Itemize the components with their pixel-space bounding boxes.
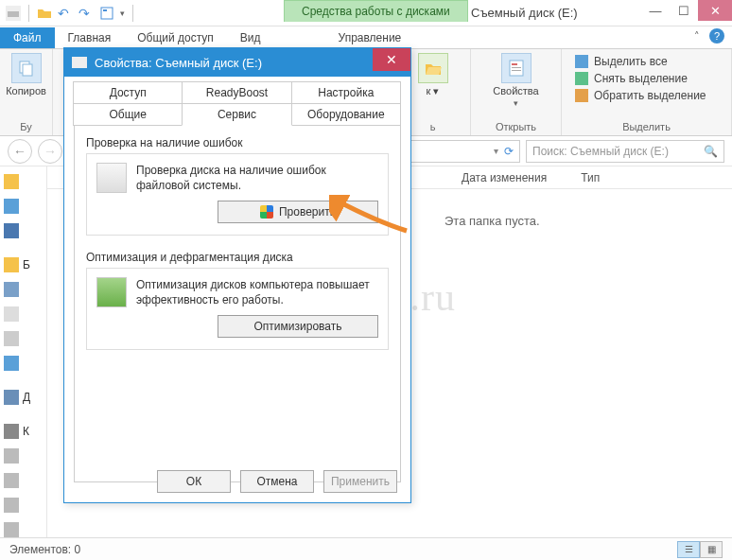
open-icon xyxy=(418,53,448,83)
sidebar-item[interactable] xyxy=(4,199,43,214)
check-button[interactable]: Проверить xyxy=(218,201,378,223)
sidebar-item[interactable] xyxy=(4,448,43,464)
sidebar-item[interactable] xyxy=(4,282,43,297)
svg-rect-5 xyxy=(23,64,32,76)
invert-selection-button[interactable]: Обратить выделение xyxy=(575,87,718,104)
tab-home[interactable]: Главная xyxy=(55,27,125,48)
tab-settings[interactable]: Настройка xyxy=(291,81,401,104)
properties-ribbon-button[interactable]: Свойства ▾ xyxy=(480,53,551,108)
check-errors-groupbox: Проверка диска на наличие ошибок файлово… xyxy=(86,153,389,236)
column-type[interactable]: Тип xyxy=(564,171,617,184)
optimize-button[interactable]: Оптимизировать xyxy=(218,315,378,338)
tab-file[interactable]: Файл xyxy=(0,27,55,48)
dialog-titlebar[interactable]: Свойства: Съемный диск (E:) ✕ xyxy=(64,48,410,77)
deselect-button[interactable]: Снять выделение xyxy=(575,70,718,87)
sidebar-item[interactable]: Д xyxy=(4,390,43,405)
tab-view[interactable]: Вид xyxy=(227,27,274,48)
dialog-tab-content: Проверка на наличие ошибок Проверка диск… xyxy=(74,125,401,482)
uac-shield-icon xyxy=(260,205,273,219)
qat-dropdown-icon[interactable]: ▾ xyxy=(120,9,125,18)
svg-rect-8 xyxy=(512,67,521,68)
svg-rect-7 xyxy=(512,63,517,65)
apply-button[interactable]: Применить xyxy=(323,470,397,493)
cancel-button[interactable]: Отмена xyxy=(240,470,314,493)
sidebar-item[interactable] xyxy=(4,498,43,513)
app-icon xyxy=(6,6,21,21)
deselect-icon xyxy=(575,72,588,85)
search-box[interactable]: Поиск: Съемный диск (E:) 🔍 xyxy=(526,140,724,163)
column-date[interactable]: Дата изменения xyxy=(444,171,564,184)
tab-service[interactable]: Сервис xyxy=(182,103,291,126)
defrag-groupbox: Оптимизация дисков компьютера повышает э… xyxy=(86,268,389,350)
sidebar-item[interactable]: Б xyxy=(4,257,43,272)
dialog-title-text: Свойства: Съемный диск (E:) xyxy=(95,56,262,70)
dialog-close-button[interactable]: ✕ xyxy=(373,48,410,71)
open-split-button[interactable]: к ▾ xyxy=(405,53,461,97)
svg-rect-9 xyxy=(512,70,521,71)
select-all-button[interactable]: Выделить все xyxy=(575,53,718,70)
sidebar-item[interactable] xyxy=(4,331,43,346)
tab-access[interactable]: Доступ xyxy=(73,81,183,104)
ribbon-tabs: Файл Главная Общий доступ Вид Управление… xyxy=(0,26,732,49)
properties-icon xyxy=(501,53,532,83)
view-icons-button[interactable]: ▦ xyxy=(700,541,723,558)
drive-check-icon xyxy=(96,163,127,193)
ribbon-group-clipboard: Бу xyxy=(9,121,43,135)
sidebar-item[interactable] xyxy=(4,473,43,488)
undo-icon[interactable]: ↶ xyxy=(58,6,73,21)
ribbon-collapse-icon[interactable]: ˄ xyxy=(694,30,700,43)
dialog-tabs: Доступ ReadyBoost Настройка Общие Сервис… xyxy=(74,82,401,126)
copy-button[interactable]: Копиров xyxy=(9,53,43,96)
back-button[interactable]: ← xyxy=(8,139,32,164)
sidebar-item-computer[interactable]: К xyxy=(4,424,43,439)
properties-label: Свойства xyxy=(493,85,538,96)
ribbon-group-select: Выделить xyxy=(575,121,718,135)
search-icon: 🔍 xyxy=(704,145,718,158)
copy-label: Копиров xyxy=(6,85,46,96)
sidebar-item[interactable] xyxy=(4,522,43,537)
check-errors-title: Проверка на наличие ошибок xyxy=(86,136,389,149)
view-details-button[interactable]: ☰ xyxy=(677,541,700,558)
tab-general[interactable]: Общие xyxy=(73,103,183,126)
status-bar: Элементов: 0 ☰ ▦ xyxy=(0,537,732,560)
properties-dialog: Свойства: Съемный диск (E:) ✕ Доступ Rea… xyxy=(63,47,411,503)
tab-manage[interactable]: Управление xyxy=(325,27,415,48)
invert-icon xyxy=(575,89,588,102)
svg-rect-3 xyxy=(103,9,107,11)
address-dropdown-icon[interactable]: ▾ xyxy=(494,146,498,156)
forward-button[interactable]: → xyxy=(38,139,62,164)
dialog-button-row: ОК Отмена Применить xyxy=(157,470,397,493)
window-controls: — ☐ ✕ xyxy=(641,0,732,21)
sidebar-item[interactable] xyxy=(4,356,43,371)
tab-readyboost[interactable]: ReadyBoost xyxy=(182,81,291,104)
contextual-tab-disk-tools[interactable]: Средства работы с дисками xyxy=(284,0,468,22)
sidebar-item[interactable] xyxy=(4,174,43,189)
folder-icon[interactable] xyxy=(37,6,52,21)
tab-hardware[interactable]: Оборудование xyxy=(291,103,401,126)
maximize-button[interactable]: ☐ xyxy=(670,0,698,21)
check-errors-text: Проверка диска на наличие ошибок файлово… xyxy=(136,163,378,193)
ribbon-group-open-partial: ь xyxy=(405,121,461,135)
help-icon[interactable]: ? xyxy=(709,28,724,44)
status-item-count: Элементов: 0 xyxy=(9,543,80,556)
minimize-button[interactable]: — xyxy=(641,0,670,21)
sidebar-item[interactable] xyxy=(4,306,43,322)
close-button[interactable]: ✕ xyxy=(698,0,732,21)
empty-folder-text: Эта папка пуста. xyxy=(444,214,540,228)
tab-share[interactable]: Общий доступ xyxy=(124,27,227,48)
sidebar-item[interactable] xyxy=(4,223,43,238)
window-titlebar: ↶ ↷ ▾ Средства работы с дисками Съемный … xyxy=(0,0,732,26)
defrag-text: Оптимизация дисков компьютера повышает э… xyxy=(136,277,378,307)
svg-rect-2 xyxy=(101,8,113,19)
navigation-pane[interactable]: Б Д К xyxy=(0,166,47,537)
select-all-icon xyxy=(575,55,588,68)
defrag-icon xyxy=(96,277,127,307)
quick-access-toolbar: ↶ ↷ ▾ xyxy=(0,5,135,22)
copy-icon xyxy=(11,53,42,83)
refresh-icon[interactable]: ⟳ xyxy=(504,145,514,158)
search-placeholder: Поиск: Съемный диск (E:) xyxy=(532,145,669,158)
dialog-drive-icon xyxy=(72,57,87,68)
ok-button[interactable]: ОК xyxy=(157,470,231,493)
properties-qat-icon[interactable] xyxy=(99,6,114,21)
redo-icon[interactable]: ↷ xyxy=(78,6,94,21)
